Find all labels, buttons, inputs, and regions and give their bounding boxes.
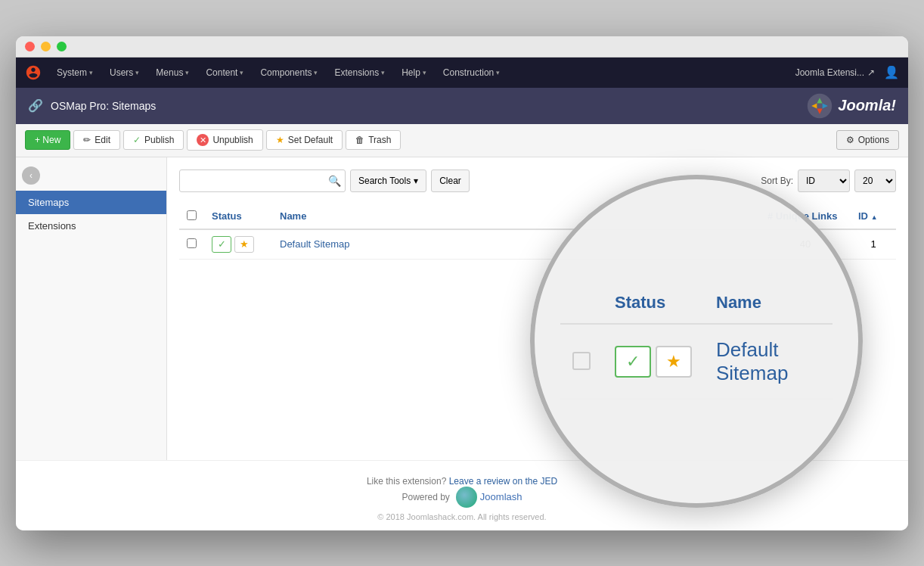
toolbar: + New ✏ Edit ✓ Publish ✕ Unpublish ★ Set… bbox=[16, 124, 908, 157]
joomla-nav-logo bbox=[25, 64, 42, 81]
search-right-controls: Sort By: ID Name Status 5 10 20 50 bbox=[761, 169, 896, 192]
chevron-down-icon: ▾ bbox=[381, 69, 385, 76]
check-icon: ✓ bbox=[133, 135, 141, 145]
row-status-cell: ✓ ★ bbox=[204, 229, 272, 260]
edit-button[interactable]: ✏ Edit bbox=[73, 130, 120, 150]
select-all-checkbox[interactable] bbox=[187, 210, 197, 220]
toolbar-right: ⚙ Options bbox=[836, 130, 899, 150]
nav-menus[interactable]: Menus ▾ bbox=[148, 63, 197, 82]
star-icon: ★ bbox=[276, 135, 284, 145]
row-unique-links-cell: 40 bbox=[760, 229, 851, 260]
joomla-logo-text: Joomla! bbox=[838, 97, 896, 114]
sitemaps-table: Status Name # Unique Links ID bbox=[179, 204, 896, 260]
x-icon: ✕ bbox=[197, 134, 209, 146]
search-icon: 🔍 bbox=[328, 175, 341, 187]
sort-by-label: Sort By: bbox=[761, 176, 793, 186]
chevron-down-icon: ▾ bbox=[314, 69, 318, 76]
chevron-down-icon: ▾ bbox=[423, 69, 426, 76]
nav-content[interactable]: Content ▾ bbox=[198, 63, 251, 82]
publish-button[interactable]: ✓ Publish bbox=[123, 130, 184, 150]
joomla-logo: Joomla! bbox=[806, 92, 896, 120]
page-title: 🔗 OSMap Pro: Sitemaps bbox=[28, 98, 806, 113]
nav-help[interactable]: Help ▾ bbox=[394, 63, 434, 82]
row-name-cell: Default Sitemap bbox=[272, 229, 760, 260]
chevron-down-icon: ▾ bbox=[185, 69, 189, 76]
close-btn[interactable] bbox=[25, 42, 35, 51]
nav-extensions[interactable]: Extensions ▾ bbox=[327, 63, 392, 82]
sidebar-item-sitemaps[interactable]: Sitemaps bbox=[16, 191, 166, 214]
starred-toggle[interactable]: ★ bbox=[234, 236, 254, 253]
chevron-down-icon: ▾ bbox=[496, 69, 500, 76]
chevron-down-icon: ▾ bbox=[89, 69, 93, 76]
sidebar-toggle[interactable]: ‹ bbox=[22, 166, 40, 185]
sidebar: ‹ Sitemaps Extensions bbox=[16, 157, 167, 460]
footer: Like this extension? Leave a review on t… bbox=[16, 460, 908, 530]
search-submit-button[interactable]: 🔍 bbox=[328, 175, 341, 187]
maximize-btn[interactable] bbox=[57, 42, 67, 51]
nav-construction[interactable]: Construction ▾ bbox=[436, 63, 507, 82]
set-default-button[interactable]: ★ Set Default bbox=[266, 130, 343, 150]
footer-powered: Powered by Joomlash bbox=[28, 487, 896, 508]
search-bar: 🔍 Search Tools ▾ Clear Sort By: ID Name … bbox=[179, 169, 896, 192]
footer-copyright: © 2018 Joomlashack.com. All rights reser… bbox=[28, 512, 896, 521]
row-checkbox-cell bbox=[179, 229, 204, 260]
minimize-btn[interactable] bbox=[41, 42, 51, 51]
external-link-icon: ↗ bbox=[867, 67, 875, 78]
unique-links-column-header: # Unique Links bbox=[760, 204, 851, 229]
new-button[interactable]: + New bbox=[25, 130, 70, 150]
trash-button[interactable]: 🗑 Trash bbox=[346, 130, 401, 150]
table-row: ✓ ★ Default Sitemap bbox=[179, 229, 896, 260]
footer-promo: Like this extension? Leave a review on t… bbox=[28, 476, 896, 487]
sort-select[interactable]: ID Name Status bbox=[798, 169, 850, 192]
chevron-down-icon: ▾ bbox=[135, 69, 139, 76]
status-column-header: Status bbox=[204, 204, 272, 229]
chevron-down-icon: ▾ bbox=[414, 176, 418, 186]
unpublish-button[interactable]: ✕ Unpublish bbox=[187, 129, 262, 151]
joomla-extension-link[interactable]: Joomla Extensi... ↗ bbox=[795, 67, 875, 78]
clear-button[interactable]: Clear bbox=[431, 169, 470, 192]
joomlash-logo: Joomlash bbox=[456, 487, 522, 508]
title-bar bbox=[16, 36, 908, 58]
content-area: ‹ Sitemaps Extensions 🔍 bbox=[16, 157, 908, 460]
check-icon: ✓ bbox=[218, 238, 226, 250]
nav-system[interactable]: System ▾ bbox=[49, 63, 101, 82]
sidebar-item-extensions[interactable]: Extensions bbox=[16, 214, 166, 238]
name-column-header: Name bbox=[272, 204, 760, 229]
user-icon[interactable]: 👤 bbox=[884, 65, 899, 79]
search-tools-button[interactable]: Search Tools ▾ bbox=[350, 169, 426, 192]
search-input-wrapper: 🔍 bbox=[179, 169, 346, 192]
navbar: System ▾ Users ▾ Menus ▾ Content ▾ Compo… bbox=[16, 58, 908, 88]
nav-users[interactable]: Users ▾ bbox=[102, 63, 147, 82]
edit-icon: ✏ bbox=[83, 135, 91, 145]
review-link[interactable]: Leave a review on the JED bbox=[449, 476, 557, 487]
link-icon: 🔗 bbox=[28, 98, 43, 113]
published-toggle[interactable]: ✓ bbox=[212, 236, 231, 253]
row-checkbox[interactable] bbox=[187, 238, 197, 248]
svg-point-0 bbox=[808, 93, 832, 117]
id-column-header[interactable]: ID bbox=[851, 204, 896, 229]
chevron-down-icon: ▾ bbox=[240, 69, 243, 76]
collapse-icon: ‹ bbox=[29, 170, 33, 181]
main-content: 🔍 Search Tools ▾ Clear Sort By: ID Name … bbox=[167, 157, 908, 460]
select-all-header bbox=[179, 204, 204, 229]
header-bar: 🔗 OSMap Pro: Sitemaps Joomla! bbox=[16, 88, 908, 124]
search-input[interactable] bbox=[179, 169, 346, 192]
gear-icon: ⚙ bbox=[846, 135, 854, 145]
trash-icon: 🗑 bbox=[355, 135, 364, 145]
sitemap-link[interactable]: Default Sitemap bbox=[280, 238, 350, 250]
navbar-right: Joomla Extensi... ↗ 👤 bbox=[795, 65, 899, 79]
table-header-row: Status Name # Unique Links ID bbox=[179, 204, 896, 229]
nav-components[interactable]: Components ▾ bbox=[253, 63, 325, 82]
per-page-select[interactable]: 5 10 20 50 bbox=[854, 169, 896, 192]
row-id-cell: 1 bbox=[851, 229, 896, 260]
star-icon: ★ bbox=[240, 238, 249, 250]
status-icons: ✓ ★ bbox=[212, 236, 265, 253]
options-button[interactable]: ⚙ Options bbox=[836, 130, 899, 150]
joomlash-icon bbox=[456, 487, 477, 508]
